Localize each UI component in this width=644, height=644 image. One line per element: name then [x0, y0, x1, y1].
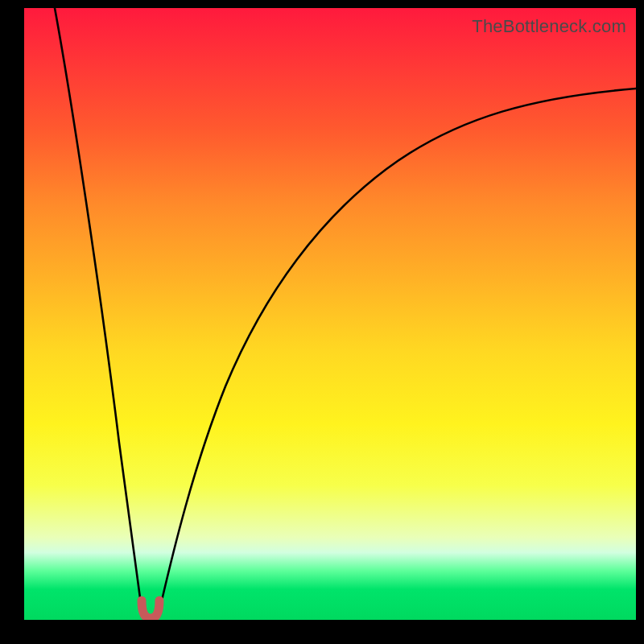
- curve-left-branch: [55, 8, 141, 604]
- curve-right-branch: [161, 89, 636, 604]
- bottleneck-curve: [24, 8, 636, 620]
- plot-area: TheBottleneck.com: [24, 8, 636, 620]
- chart-stage: TheBottleneck.com: [0, 0, 644, 644]
- valley-marker: [142, 601, 159, 618]
